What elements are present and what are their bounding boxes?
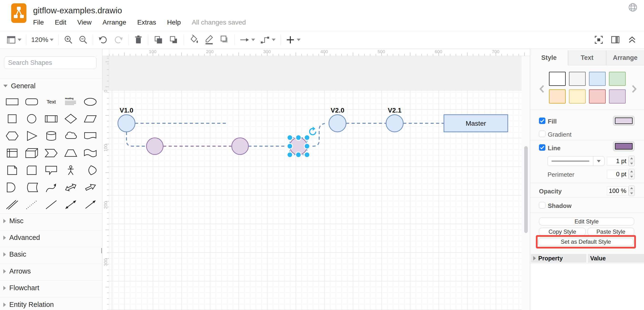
value-column-header[interactable]: Value — [588, 254, 644, 262]
section-general[interactable]: General — [0, 78, 102, 93]
line-color-swatch[interactable] — [613, 141, 634, 151]
view-layout-button[interactable] — [6, 35, 22, 45]
shape-cylinder[interactable] — [44, 130, 58, 141]
set-default-style-button[interactable]: Set as Default Style — [538, 238, 634, 246]
preset-white[interactable] — [549, 72, 566, 86]
shape-curve[interactable] — [44, 182, 58, 193]
rotate-handle-icon[interactable] — [310, 127, 316, 135]
shape-text[interactable]: Text — [44, 96, 58, 107]
shape-parallelogram[interactable] — [83, 113, 98, 124]
zoom-in-icon[interactable] — [63, 35, 73, 45]
section-misc[interactable]: Misc — [0, 213, 102, 228]
undo-icon[interactable] — [98, 35, 108, 45]
presets-next-icon[interactable] — [631, 85, 637, 93]
section-flowchart[interactable]: Flowchart — [0, 280, 102, 295]
shape-diamond[interactable] — [63, 113, 78, 124]
shape-cube[interactable] — [24, 147, 39, 159]
menu-file[interactable]: File — [33, 19, 44, 26]
preset-green[interactable] — [609, 72, 626, 86]
shape-arrow[interactable] — [83, 182, 98, 193]
shape-note[interactable] — [5, 165, 20, 176]
shape-step[interactable] — [44, 147, 58, 159]
to-back-icon[interactable] — [168, 35, 179, 45]
edge-branch-start[interactable] — [126, 132, 146, 146]
shape-line[interactable] — [44, 199, 58, 210]
delete-icon[interactable] — [133, 35, 144, 45]
line-style-dropdown[interactable] — [548, 156, 604, 166]
paste-style-button[interactable]: Paste Style — [588, 228, 634, 236]
section-arrows[interactable]: Arrows — [0, 264, 102, 278]
perimeter-stepper[interactable] — [628, 169, 635, 179]
tab-style[interactable]: Style — [530, 50, 568, 65]
menu-help[interactable]: Help — [167, 19, 181, 26]
property-column-header[interactable]: Property — [531, 254, 586, 262]
shape-circle[interactable] — [24, 113, 39, 124]
node-v10[interactable] — [118, 115, 135, 132]
shape-hexagon[interactable] — [5, 130, 20, 141]
redo-icon[interactable] — [113, 35, 124, 45]
shape-rectangle[interactable] — [5, 96, 20, 107]
connection-arrow-button[interactable] — [239, 35, 255, 45]
shape-document[interactable] — [83, 130, 98, 141]
shadow-icon[interactable] — [219, 35, 230, 45]
fill-color-icon[interactable] — [189, 35, 199, 45]
preset-red[interactable] — [589, 89, 606, 103]
preset-gray[interactable] — [569, 72, 586, 86]
node-branch-commit-2[interactable] — [232, 138, 248, 154]
section-entity-relation[interactable]: Entity Relation — [0, 297, 102, 310]
fit-page-icon[interactable] — [594, 35, 604, 45]
preset-purple[interactable] — [609, 89, 626, 103]
preset-blue[interactable] — [589, 72, 606, 86]
shape-directional-connector[interactable] — [83, 199, 98, 210]
format-panel-icon[interactable] — [610, 35, 621, 45]
waypoint-style-button[interactable] — [260, 35, 276, 45]
line-checkbox[interactable] — [539, 144, 546, 151]
shape-bidirectional-arrow[interactable] — [63, 182, 78, 193]
line-width-stepper[interactable] — [628, 156, 635, 166]
zoom-out-icon[interactable] — [78, 35, 88, 45]
line-color-icon[interactable] — [204, 35, 214, 45]
line-width-input[interactable]: 1 pt — [607, 157, 628, 166]
menu-view[interactable]: View — [77, 19, 92, 26]
node-v21[interactable] — [386, 115, 403, 132]
fill-checkbox[interactable] — [539, 117, 546, 124]
shape-card[interactable] — [24, 165, 39, 176]
insert-button[interactable] — [285, 35, 300, 45]
gradient-checkbox[interactable] — [539, 131, 546, 137]
shape-internal-storage[interactable] — [5, 147, 20, 159]
collapse-toolbar-icon[interactable] — [627, 35, 637, 45]
search-input[interactable] — [8, 59, 93, 67]
shape-process[interactable] — [44, 113, 58, 124]
fill-color-swatch[interactable] — [613, 116, 634, 126]
shape-link[interactable] — [5, 199, 20, 210]
preset-yellow[interactable] — [569, 89, 586, 103]
preset-orange[interactable] — [549, 89, 566, 103]
diagram-canvas[interactable]: 100 200 300 400 500 600 700 0 100 200 30… — [102, 49, 530, 310]
shape-bidirectional-connector[interactable] — [63, 199, 78, 210]
section-advanced[interactable]: Advanced — [0, 230, 102, 245]
node-v20[interactable] — [329, 115, 346, 132]
menu-edit[interactable]: Edit — [55, 19, 66, 26]
opacity-input[interactable]: 100 % — [607, 187, 628, 195]
shape-and[interactable] — [5, 182, 20, 193]
tab-arrange[interactable]: Arrange — [606, 50, 644, 65]
menu-extras[interactable]: Extras — [137, 19, 156, 26]
shape-triangle[interactable] — [24, 130, 39, 141]
tab-text[interactable]: Text — [568, 50, 606, 65]
shape-trapezoid[interactable] — [63, 147, 78, 159]
shape-tape[interactable] — [83, 147, 98, 159]
shape-ellipse[interactable] — [83, 96, 98, 107]
opacity-stepper[interactable] — [628, 186, 635, 196]
copy-style-button[interactable]: Copy Style — [539, 228, 586, 236]
vertical-scrollbar[interactable] — [524, 146, 528, 233]
shape-cloud[interactable] — [63, 130, 78, 141]
perimeter-input[interactable]: 0 pt — [607, 170, 628, 179]
to-front-icon[interactable] — [153, 35, 164, 45]
shape-square[interactable] — [5, 113, 20, 124]
section-basic[interactable]: Basic — [0, 247, 102, 262]
edit-style-button[interactable]: Edit Style — [539, 218, 634, 225]
shape-dashed-line[interactable] — [24, 199, 39, 210]
shape-search-box[interactable] — [4, 57, 96, 69]
shape-actor[interactable] — [63, 165, 78, 176]
shape-data-storage[interactable] — [24, 182, 39, 193]
